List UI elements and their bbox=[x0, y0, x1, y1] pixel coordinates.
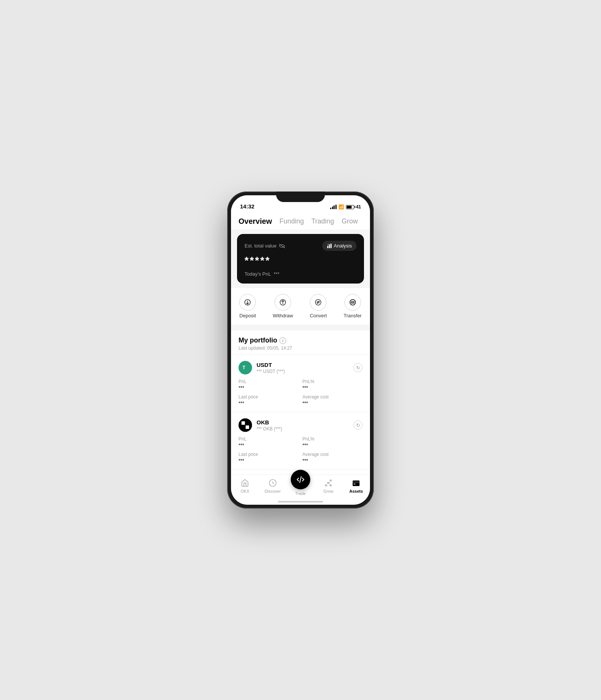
asset-amount-usdt: *** USDT (***) bbox=[257, 369, 285, 374]
phone-frame: 14:32 📶 41 Overview Fundi bbox=[227, 192, 374, 508]
tab-funding[interactable]: Funding bbox=[279, 217, 304, 225]
nav-tabs: Overview Funding Trading Grow bbox=[231, 212, 370, 229]
asset-stats-okb: PnL *** PnL% *** Last price *** Average … bbox=[239, 436, 362, 463]
card-header: Est. total value Analysis bbox=[245, 241, 356, 251]
asset-stats-usdt: PnL *** PnL% *** Last price *** Average … bbox=[239, 379, 362, 406]
info-icon[interactable]: i bbox=[279, 337, 286, 344]
okb-logo bbox=[239, 418, 252, 432]
asset-info-usdt: T USDT *** USDT (***) bbox=[239, 361, 285, 374]
transfer-icon bbox=[344, 294, 361, 311]
svg-text:T: T bbox=[242, 365, 245, 370]
pnl-percent-label: PnL% bbox=[302, 379, 362, 384]
asset-info-okb: OKB *** OKB (***) bbox=[239, 418, 282, 432]
home-icon bbox=[241, 478, 249, 488]
section-title: My portfolio i bbox=[239, 336, 362, 344]
tab-overview[interactable]: Overview bbox=[239, 217, 272, 226]
bottom-nav-assets[interactable]: Assets bbox=[342, 478, 370, 493]
trade-label: Trade bbox=[295, 491, 306, 496]
pnl-value-usdt: *** bbox=[239, 385, 299, 391]
signal-icon bbox=[330, 205, 337, 209]
hide-icon[interactable] bbox=[279, 243, 285, 249]
last-price-value-okb: *** bbox=[239, 458, 299, 463]
withdraw-icon bbox=[275, 294, 291, 311]
pnl-percent-group-usdt: PnL% *** bbox=[302, 379, 362, 391]
notch bbox=[276, 192, 325, 202]
svg-rect-11 bbox=[242, 425, 245, 429]
svg-rect-1 bbox=[329, 244, 330, 248]
bottom-nav-grow[interactable]: Grow bbox=[314, 478, 342, 493]
avg-cost-label: Average cost bbox=[302, 394, 362, 400]
portfolio-section-header: My portfolio i Last updated: 05/05, 14:2… bbox=[231, 330, 370, 355]
deposit-label: Deposit bbox=[239, 313, 256, 318]
analysis-button[interactable]: Analysis bbox=[322, 241, 356, 251]
svg-point-14 bbox=[325, 485, 327, 486]
svg-rect-20 bbox=[354, 484, 356, 484]
deposit-button[interactable]: Deposit bbox=[239, 294, 256, 318]
wifi-icon: 📶 bbox=[338, 204, 344, 210]
svg-point-16 bbox=[330, 480, 332, 481]
okx-label: OKX bbox=[240, 489, 249, 493]
last-price-group-usdt: Last price *** bbox=[239, 394, 299, 406]
svg-rect-12 bbox=[246, 421, 249, 425]
svg-rect-2 bbox=[330, 244, 331, 248]
withdraw-button[interactable]: Withdraw bbox=[273, 294, 293, 318]
tab-grow[interactable]: Grow bbox=[341, 217, 358, 225]
svg-rect-0 bbox=[327, 246, 328, 248]
chart-icon bbox=[327, 243, 332, 249]
battery-icon bbox=[346, 205, 354, 209]
section-subtitle: Last updated: 05/05, 14:27 bbox=[239, 345, 362, 351]
pnl-label: PnL bbox=[239, 379, 299, 384]
card-label: Est. total value bbox=[245, 243, 285, 249]
asset-item-usdt: T USDT *** USDT (***) ↻ PnL *** bbox=[231, 355, 370, 412]
asset-item-okb: OKB *** OKB (***) ↻ PnL *** PnL% *** bbox=[231, 412, 370, 470]
tab-trading[interactable]: Trading bbox=[311, 217, 334, 225]
asset-name-group-okb: OKB *** OKB (***) bbox=[257, 419, 282, 431]
pnl-percent-value-usdt: *** bbox=[302, 385, 362, 391]
portfolio-card: Est. total value Analysis bbox=[237, 234, 364, 284]
divider-1 bbox=[231, 327, 370, 330]
pnl-percent-value-okb: *** bbox=[302, 442, 362, 448]
pnl-value-okb: *** bbox=[239, 442, 299, 448]
status-time: 14:32 bbox=[240, 203, 254, 210]
portfolio-pnl: Today's PnL *** bbox=[245, 271, 356, 277]
portfolio-value: ***** bbox=[245, 255, 356, 267]
svg-point-5 bbox=[316, 300, 321, 305]
screen-content[interactable]: Overview Funding Trading Grow Est. total… bbox=[231, 212, 370, 475]
avg-cost-value-okb: *** bbox=[302, 458, 362, 463]
home-indicator bbox=[278, 501, 323, 502]
avg-cost-group-usdt: Average cost *** bbox=[302, 394, 362, 406]
bottom-nav-okx[interactable]: OKX bbox=[231, 478, 259, 493]
transfer-label: Transfer bbox=[344, 313, 362, 318]
withdraw-label: Withdraw bbox=[273, 313, 293, 318]
svg-rect-19 bbox=[353, 481, 359, 483]
bottom-nav-trade[interactable]: Trade bbox=[287, 475, 314, 496]
discover-icon bbox=[269, 478, 277, 488]
svg-rect-18 bbox=[353, 481, 359, 486]
refresh-icon-okb[interactable]: ↻ bbox=[353, 421, 362, 430]
last-price-group-okb: Last price *** bbox=[239, 452, 299, 463]
quick-actions: Deposit Withdraw bbox=[231, 288, 370, 324]
asset-header-okb: OKB *** OKB (***) ↻ bbox=[239, 418, 362, 432]
pnl-group-usdt: PnL *** bbox=[239, 379, 299, 391]
convert-label: Convert bbox=[310, 313, 327, 318]
convert-icon bbox=[310, 294, 326, 311]
assets-label: Assets bbox=[349, 489, 363, 493]
convert-button[interactable]: Convert bbox=[310, 294, 327, 318]
bottom-nav-discover[interactable]: Discover bbox=[259, 478, 287, 493]
asset-name-okb: OKB bbox=[257, 419, 282, 425]
refresh-icon-usdt[interactable]: ↻ bbox=[353, 363, 362, 372]
assets-icon bbox=[352, 478, 360, 488]
asset-header-usdt: T USDT *** USDT (***) ↻ bbox=[239, 361, 362, 374]
pnl-percent-group-okb: PnL% *** bbox=[302, 436, 362, 448]
usdt-logo: T bbox=[239, 361, 252, 374]
trade-center-icon[interactable] bbox=[291, 470, 310, 489]
asset-amount-okb: *** OKB (***) bbox=[257, 426, 282, 431]
last-price-label: Last price bbox=[239, 394, 299, 400]
grow-icon bbox=[324, 478, 332, 488]
last-price-value-usdt: *** bbox=[239, 400, 299, 406]
bottom-nav: OKX Discover Trade bbox=[231, 475, 370, 505]
discover-label: Discover bbox=[265, 489, 281, 493]
transfer-button[interactable]: Transfer bbox=[344, 294, 362, 318]
asset-name-usdt: USDT bbox=[257, 362, 285, 368]
asset-name-group-usdt: USDT *** USDT (***) bbox=[257, 362, 285, 374]
